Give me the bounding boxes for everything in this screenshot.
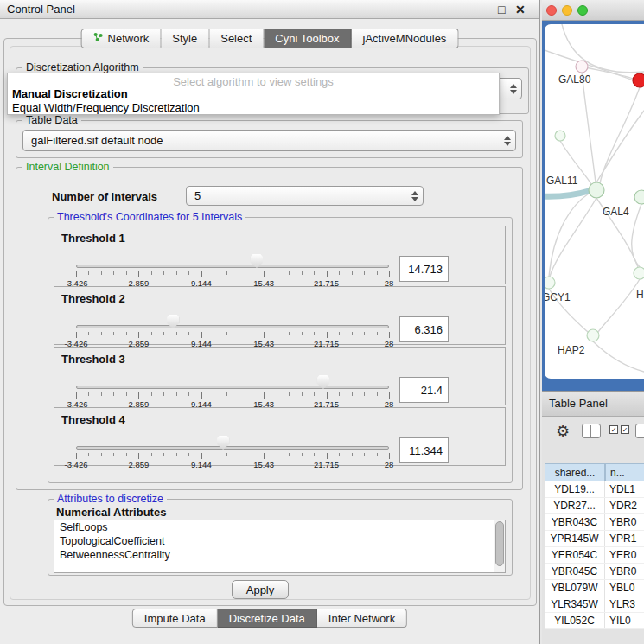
tick-mark: [151, 271, 152, 275]
network-edge[interactable]: [562, 24, 644, 73]
combo-stepper-icon: [411, 191, 418, 201]
select-none-checkbox-icon[interactable]: ✓: [621, 425, 629, 434]
table-row[interactable]: YER054CYER0: [545, 547, 644, 564]
column-header-shared-name[interactable]: shared...: [545, 463, 605, 481]
network-edge[interactable]: [600, 87, 640, 183]
combo-stepper-icon: [510, 84, 517, 94]
column-browser-icon[interactable]: [582, 424, 601, 438]
select-all-checkbox-icon[interactable]: ✓: [609, 425, 618, 434]
tab-select[interactable]: Select: [209, 29, 264, 48]
column-header-name[interactable]: n...: [605, 463, 644, 481]
tick-mark: [389, 332, 390, 338]
apply-button[interactable]: Apply: [232, 580, 289, 599]
tick-mark: [302, 392, 303, 396]
dropdown-placeholder: Select algorithm to view settings: [8, 75, 499, 88]
network-node[interactable]: [576, 61, 588, 73]
tab-impute-data[interactable]: Impute Data: [132, 609, 218, 628]
threshold-2-slider-track[interactable]: [76, 325, 389, 328]
numerical-attributes-label: Numerical Attributes: [54, 506, 169, 519]
tick-mark: [76, 271, 77, 277]
network-edge[interactable]: [593, 341, 644, 372]
table-row[interactable]: YBR045CYBR0: [545, 564, 644, 580]
table-row[interactable]: YIL052CYIL0: [545, 613, 644, 629]
tick-mark: [302, 271, 303, 275]
minimize-traffic-icon[interactable]: [562, 5, 572, 16]
table-row[interactable]: YPR145WYPR1: [545, 531, 644, 547]
threshold-4-slider-track[interactable]: [76, 446, 389, 450]
tick-mark: [188, 332, 189, 335]
table-cell-name: YLR3: [605, 596, 644, 612]
numerical-attributes-list[interactable]: SelfLoopsTopologicalCoefficientBetweenne…: [54, 520, 506, 573]
tab-network[interactable]: Network: [81, 29, 162, 48]
tick-mark: [201, 392, 202, 399]
close-traffic-icon[interactable]: [546, 5, 557, 16]
tick-mark: [239, 332, 239, 335]
threshold-1-value-field[interactable]: 14.713: [399, 256, 449, 282]
threshold-4-value-field[interactable]: 11.344: [399, 437, 449, 463]
table-row[interactable]: YLR345WYLR3: [545, 596, 644, 613]
zoom-traffic-icon[interactable]: [577, 5, 588, 16]
combo-stepper-icon: [504, 136, 511, 146]
network-node-label-hap2: HAP2: [558, 344, 585, 356]
tick-mark: [88, 392, 89, 396]
tick-mark: [138, 271, 139, 277]
network-edge[interactable]: [598, 279, 640, 332]
tick-mark: [352, 453, 353, 456]
dropdown-option-equal-width-frequency[interactable]: Equal Width/Frequency Discretization: [12, 101, 200, 114]
network-edge[interactable]: [596, 111, 644, 182]
tick-mark: [252, 453, 252, 456]
network-node[interactable]: [545, 277, 555, 289]
gear-icon[interactable]: ⚙: [556, 422, 570, 441]
number-of-intervals-combo[interactable]: 5: [186, 186, 424, 206]
table-function-icon[interactable]: [635, 424, 644, 438]
tick-mark: [126, 453, 127, 456]
threshold-3-slider-track[interactable]: [76, 386, 389, 389]
tick-mark: [88, 453, 89, 456]
attribute-list-item-selfloops[interactable]: SelfLoops: [54, 520, 505, 534]
network-edge[interactable]: [632, 204, 641, 267]
tick-mark: [364, 392, 365, 396]
control-panel-window: Control Panel □ ✕ NetworkStyleSelectCyni…: [0, 0, 540, 644]
network-node[interactable]: [633, 73, 644, 87]
tick-mark: [327, 392, 328, 399]
network-node[interactable]: [634, 267, 644, 279]
table-row[interactable]: YDR27...YDR2: [545, 498, 644, 514]
table-row[interactable]: YDL19...YDL1: [545, 481, 644, 498]
tick-mark: [252, 392, 252, 396]
tick-mark: [176, 271, 177, 275]
tick-mark: [339, 332, 340, 335]
tab-jactivemnodules[interactable]: jActiveMNodules: [352, 29, 459, 48]
list-scrollbar-thumb[interactable]: [495, 521, 504, 566]
tab-infer-network[interactable]: Infer Network: [317, 609, 407, 628]
bottom-tab-bar: Impute DataDiscretize DataInfer Network: [132, 609, 407, 628]
table-cell-name: YPR1: [605, 531, 644, 546]
table-data-combo[interactable]: galFiltered.sif default node: [22, 130, 516, 151]
threshold-2-box: Threshold 2-3.4262.8599.14415.4321.71528…: [54, 286, 506, 345]
list-scrollbar[interactable]: [494, 520, 505, 572]
tab-style[interactable]: Style: [161, 29, 209, 48]
attribute-list-item-betweennesscentrality[interactable]: BetweennessCentrality: [54, 548, 505, 562]
network-node-label-h: H: [636, 289, 644, 301]
close-icon[interactable]: ✕: [515, 2, 526, 17]
network-edge[interactable]: [582, 73, 596, 182]
table-data-group-title: Table Data: [22, 114, 81, 126]
dropdown-option-manual-discretization[interactable]: Manual Discretization: [12, 87, 128, 100]
tab-discretize-data[interactable]: Discretize Data: [218, 609, 317, 628]
network-node[interactable]: [587, 329, 599, 341]
attribute-list-item-topologicalcoefficient[interactable]: TopologicalCoefficient: [54, 534, 505, 548]
threshold-2-value-field[interactable]: 6.316: [399, 316, 449, 342]
network-node[interactable]: [634, 190, 644, 204]
network-edge[interactable]: [545, 191, 589, 196]
minimize-icon[interactable]: □: [498, 2, 505, 17]
threshold-label: Threshold 2: [61, 292, 125, 305]
table-cell-shared-name: YER054C: [545, 547, 605, 563]
threshold-1-slider-track[interactable]: [76, 265, 389, 268]
network-node[interactable]: [555, 131, 565, 141]
network-node[interactable]: [589, 182, 604, 198]
table-row[interactable]: YBR043CYBR0: [545, 514, 644, 531]
table-row[interactable]: YBL079WYBL0: [545, 580, 644, 596]
threshold-3-value-field[interactable]: 21.4: [399, 377, 449, 403]
network-node-label-gal80: GAL80: [558, 73, 591, 86]
tab-cyni-toolbox[interactable]: Cyni Toolbox: [264, 29, 351, 48]
network-canvas[interactable]: GAL80GAL11GAL4GCY1HAP2H: [545, 24, 644, 379]
